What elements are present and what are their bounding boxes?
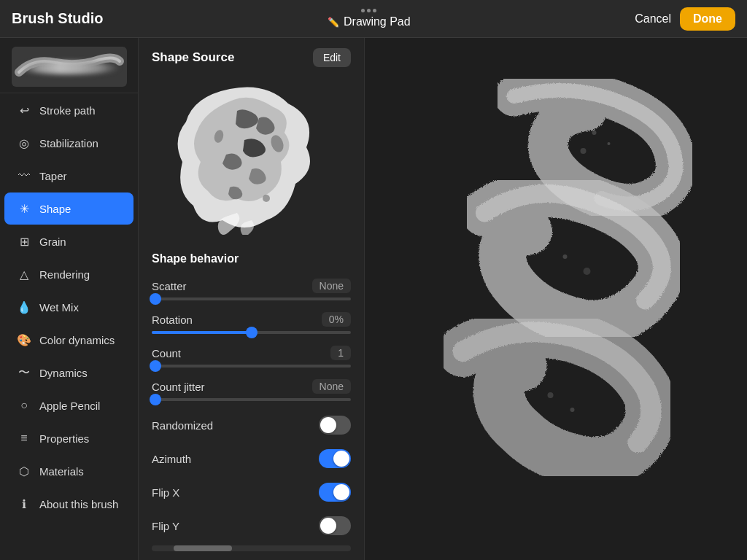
apple-pencil-icon: ○ (16, 397, 32, 413)
properties-icon: ≡ (16, 430, 32, 446)
sidebar-item-color-dynamics[interactable]: 🎨 Color dynamics (4, 324, 133, 356)
slider-label-rotation: Rotation (152, 314, 193, 326)
sidebar-nav: ↩ Stroke path ◎ Stabilization 〰 Taper ✳ … (0, 93, 138, 560)
app-title: Brush Studio (12, 10, 104, 27)
slider-track-count[interactable] (152, 365, 351, 368)
slider-track-count-jitter[interactable] (152, 398, 351, 401)
shape-source-title: Shape Source (152, 50, 234, 65)
taper-icon: 〰 (16, 168, 32, 184)
main-layout: ↩ Stroke path ◎ Stabilization 〰 Taper ✳ … (0, 38, 747, 560)
slider-value-count-jitter: None (312, 379, 351, 394)
sidebar-item-about[interactable]: ℹ About this brush (4, 488, 133, 520)
svg-point-5 (581, 148, 587, 154)
shape-icon: ✳ (16, 201, 32, 217)
dynamics-icon: 〜 (16, 365, 32, 381)
middle-panel: Shape Source Edit (139, 38, 365, 560)
slider-value-count: 1 (330, 346, 351, 360)
toggle-knob-randomized (320, 417, 336, 433)
toggle-label-flip-y: Flip Y (152, 520, 179, 532)
toggle-label-randomized: Randomized (152, 419, 213, 432)
shape-behavior-title: Shape behavior (139, 246, 364, 274)
slider-label-row-rotation: Rotation 0% (152, 312, 351, 327)
sidebar-item-grain[interactable]: ⊞ Grain (4, 225, 133, 257)
sidebar-item-materials[interactable]: ⬡ Materials (4, 455, 133, 487)
sidebar: ↩ Stroke path ◎ Stabilization 〰 Taper ✳ … (0, 38, 139, 560)
slider-label-row-count: Count 1 (152, 346, 351, 360)
svg-point-4 (608, 142, 611, 145)
toggle-randomized[interactable] (319, 416, 351, 435)
rendering-icon: △ (16, 266, 32, 282)
sidebar-item-properties[interactable]: ≡ Properties (4, 422, 133, 454)
toggle-row-flip-x: Flip X (139, 475, 364, 509)
toggle-label-azimuth: Azimuth (152, 453, 191, 465)
svg-point-2 (263, 195, 270, 202)
dots-menu[interactable] (361, 9, 376, 12)
slider-track-rotation[interactable] (152, 331, 351, 334)
header: Brush Studio ✏️ Drawing Pad Cancel Done (0, 0, 747, 38)
slider-label-row-count-jitter: Count jitter None (152, 379, 351, 394)
svg-point-8 (548, 392, 554, 398)
sidebar-item-label-materials: Materials (39, 465, 84, 478)
sidebar-item-rendering[interactable]: △ Rendering (4, 258, 133, 290)
grain-icon: ⊞ (16, 233, 32, 249)
slider-thumb-count-jitter[interactable] (150, 394, 161, 405)
toggle-knob-azimuth (333, 451, 349, 467)
toggle-row-azimuth: Azimuth (139, 442, 364, 475)
sidebar-item-taper[interactable]: 〰 Taper (4, 160, 133, 192)
slider-row-count-jitter: Count jitter None (139, 375, 364, 408)
sidebar-item-shape[interactable]: ✳ Shape (4, 192, 133, 225)
dot (367, 9, 371, 12)
toggle-row-flip-y: Flip Y (139, 509, 364, 542)
sidebar-item-label-properties: Properties (39, 432, 89, 445)
scroll-indicator (152, 545, 351, 551)
slider-label-count: Count (152, 347, 181, 359)
drawing-pad[interactable] (365, 38, 747, 560)
svg-point-3 (592, 131, 597, 135)
slider-row-scatter: Scatter None (139, 274, 364, 308)
sidebar-item-stroke-path[interactable]: ↩ Stroke path (4, 94, 133, 126)
sidebar-item-label-dynamics: Dynamics (39, 367, 88, 379)
cancel-button[interactable]: Cancel (635, 12, 671, 26)
toggle-knob-flip-x (333, 484, 349, 500)
toggle-flip-y[interactable] (319, 516, 351, 535)
scroll-thumb (174, 545, 232, 551)
slider-value-scatter: None (312, 279, 351, 293)
slider-row-rotation: Rotation 0% (139, 308, 364, 341)
drawing-pad-label-group: ✏️ Drawing Pad (328, 15, 411, 28)
stroke-icon: ↩ (16, 102, 32, 118)
slider-track-scatter[interactable] (152, 298, 351, 300)
sidebar-item-wet-mix[interactable]: 💧 Wet Mix (4, 291, 133, 323)
dot (373, 9, 376, 12)
sidebar-item-dynamics[interactable]: 〜 Dynamics (4, 357, 133, 389)
sidebar-item-apple-pencil[interactable]: ○ Apple Pencil (4, 389, 133, 421)
slider-value-rotation: 0% (322, 312, 351, 327)
sidebar-item-label-apple-pencil: Apple Pencil (39, 400, 100, 412)
done-button[interactable]: Done (680, 7, 735, 31)
toggle-flip-x[interactable] (319, 483, 351, 502)
svg-point-7 (584, 268, 591, 275)
toggle-azimuth[interactable] (319, 449, 351, 468)
slider-thumb-scatter[interactable] (150, 293, 161, 305)
slider-thumb-count[interactable] (150, 360, 161, 372)
drawing-pad-label: Drawing Pad (344, 15, 411, 28)
sidebar-item-label-about: About this brush (39, 498, 118, 510)
slider-label-row-scatter: Scatter None (152, 279, 351, 293)
toggle-row-randomized: Randomized (139, 408, 364, 442)
slider-thumb-rotation[interactable] (246, 327, 258, 338)
header-actions: Cancel Done (635, 7, 735, 31)
slider-label-scatter: Scatter (152, 280, 187, 292)
materials-icon: ⬡ (16, 463, 32, 479)
stabilization-icon: ◎ (16, 135, 32, 151)
about-icon: ℹ (16, 496, 32, 512)
wet-mix-icon: 💧 (16, 299, 32, 315)
sidebar-item-stabilization[interactable]: ◎ Stabilization (4, 127, 133, 159)
slider-label-count-jitter: Count jitter (152, 381, 205, 393)
toggle-label-flip-x: Flip X (152, 486, 179, 499)
shape-preview (171, 74, 332, 235)
edit-icon: ✏️ (328, 17, 339, 28)
color-dynamics-icon: 🎨 (16, 332, 32, 348)
svg-point-9 (570, 408, 575, 412)
sidebar-item-label-rendering: Rendering (39, 268, 90, 281)
sidebar-item-label-color-dynamics: Color dynamics (39, 334, 115, 346)
edit-button[interactable]: Edit (313, 48, 351, 67)
